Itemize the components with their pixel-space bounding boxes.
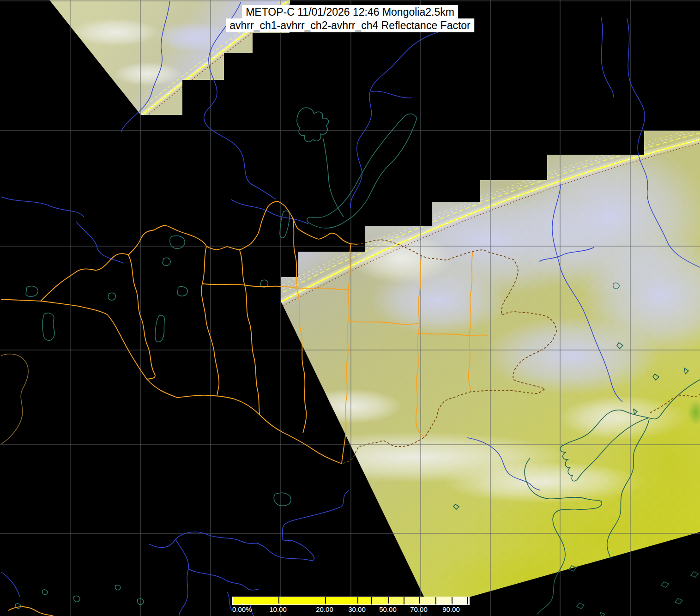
- colorbar-tick: [404, 597, 404, 604]
- map-canvas: [0, 0, 700, 616]
- product-title-line2: avhrr_ch1-avhrr_ch2-avhrr_ch4 Reflectanc…: [226, 18, 474, 32]
- product-title-line1: METOP-C 11/01/2026 12:46 Mongolia2.5km: [242, 5, 458, 19]
- colorbar-label-70: 70.00: [410, 605, 428, 613]
- colorbar-labels: 0.00% 10.00 20.00 30.00 50.00 70.00 90.0…: [232, 605, 472, 615]
- colorbar-tick: [435, 597, 436, 604]
- colorbar-label-20: 20.00: [316, 605, 333, 613]
- satellite-map-product: METOP-C 11/01/2026 12:46 Mongolia2.5km a…: [0, 0, 700, 616]
- reflectance-colorbar: [232, 597, 470, 605]
- colorbar-label-10: 10.00: [269, 605, 287, 613]
- colorbar-tick: [371, 597, 372, 604]
- colorbar-label-0: 0.00%: [232, 605, 252, 613]
- colorbar-tick: [467, 597, 468, 604]
- colorbar-label-30: 30.00: [348, 605, 366, 613]
- colorbar-label-50: 50.00: [379, 605, 397, 613]
- colorbar-label-90: 90.00: [442, 605, 460, 613]
